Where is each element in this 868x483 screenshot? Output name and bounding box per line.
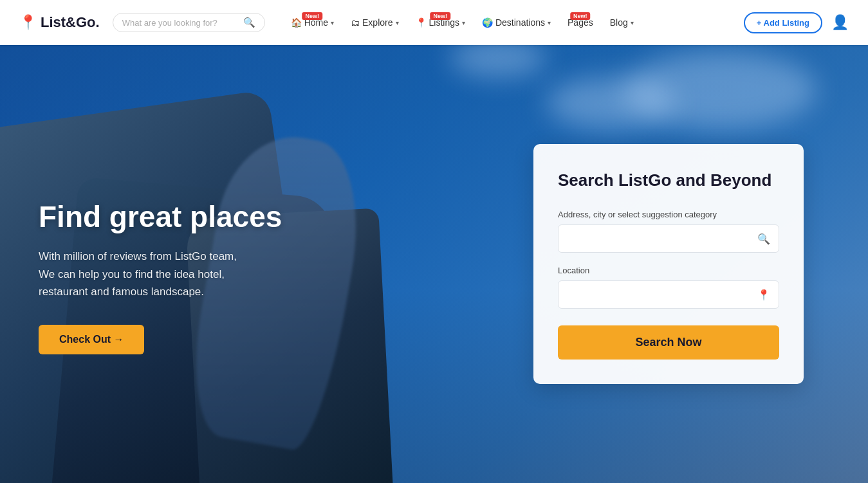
- address-input[interactable]: [558, 224, 779, 253]
- search-icon: 🔍: [757, 232, 770, 244]
- add-listing-button[interactable]: + Add Listing: [744, 12, 822, 33]
- search-now-button[interactable]: Search Now: [558, 325, 779, 360]
- header-search-input[interactable]: [122, 18, 238, 28]
- nav-item-home[interactable]: New! 🏠 Home ▾: [284, 14, 340, 32]
- location-label: Location: [558, 266, 779, 275]
- home-badge: New!: [302, 12, 323, 20]
- location-input[interactable]: [558, 280, 779, 309]
- location-icon: 📍: [757, 288, 770, 300]
- header: 📍 List&Go. 🔍 New! 🏠 Home ▾ 🗂 Explore ▾ N…: [0, 0, 868, 45]
- logo-icon: 📍: [19, 14, 37, 31]
- listings-icon: 📍: [416, 17, 427, 28]
- cloud-2: [546, 77, 675, 129]
- search-panel-title: Search ListGo and Beyond: [558, 170, 779, 192]
- nav-item-explore[interactable]: 🗂 Explore ▾: [344, 14, 405, 32]
- nav-label-explore: Explore: [362, 17, 392, 28]
- hero-section: Find great places With million of review…: [0, 0, 868, 483]
- nav-label-destinations: Destinations: [495, 17, 545, 28]
- logo[interactable]: 📍 List&Go.: [19, 14, 100, 31]
- user-icon[interactable]: 👤: [831, 14, 849, 31]
- pages-badge: New!: [570, 12, 591, 20]
- search-panel: Search ListGo and Beyond Address, city o…: [533, 144, 804, 384]
- search-icon: 🔍: [243, 17, 255, 28]
- nav-item-listings[interactable]: New! 📍 Listings ▾: [409, 14, 472, 32]
- chevron-down-icon: ▾: [331, 19, 334, 26]
- hero-content: Find great places With million of review…: [39, 174, 399, 354]
- home-icon: 🏠: [291, 17, 302, 28]
- nav-item-pages[interactable]: New! Pages: [561, 14, 600, 32]
- hero-subtitle: With million of reviews from ListGo team…: [39, 248, 399, 300]
- hero-title: Find great places: [39, 199, 399, 235]
- nav-item-destinations[interactable]: 🌍 Destinations ▾: [476, 14, 557, 32]
- chevron-down-icon: ▾: [548, 19, 551, 26]
- chevron-down-icon: ▾: [631, 19, 634, 26]
- address-input-wrap: 🔍: [558, 224, 779, 253]
- main-nav: New! 🏠 Home ▾ 🗂 Explore ▾ New! 📍 Listing…: [284, 14, 744, 32]
- header-search-bar[interactable]: 🔍: [113, 13, 265, 32]
- logo-text: List&Go.: [41, 14, 100, 31]
- chevron-down-icon: ▾: [462, 19, 465, 26]
- chevron-down-icon: ▾: [396, 19, 399, 26]
- checkout-button[interactable]: Check Out →: [39, 325, 144, 354]
- location-input-wrap: 📍: [558, 280, 779, 309]
- listings-badge: New!: [430, 12, 450, 20]
- destinations-icon: 🌍: [482, 17, 493, 28]
- address-label: Address, city or select suggestion categ…: [558, 210, 779, 219]
- nav-item-blog[interactable]: Blog ▾: [604, 14, 640, 32]
- explore-icon: 🗂: [351, 17, 360, 28]
- nav-label-blog: Blog: [610, 17, 628, 28]
